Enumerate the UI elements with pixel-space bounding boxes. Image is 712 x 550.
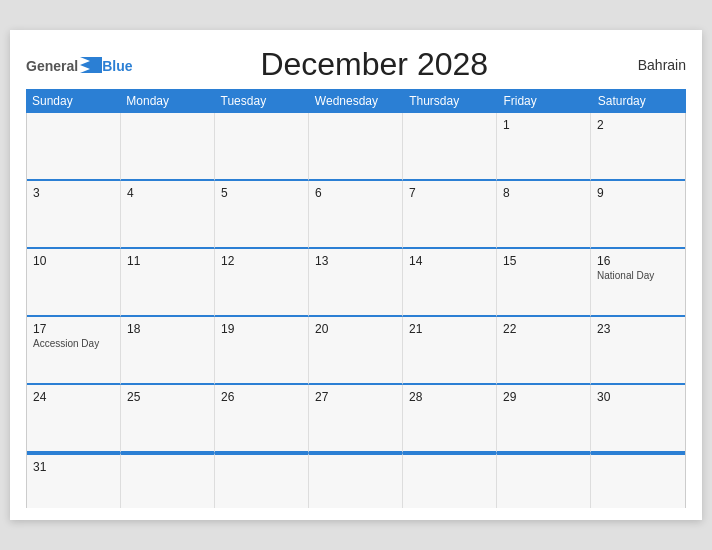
- day-cell-21: 21: [403, 317, 497, 385]
- day-cell-14: 14: [403, 249, 497, 317]
- day-cell-30: 30: [591, 385, 685, 453]
- day-cell-28: 28: [403, 385, 497, 453]
- days-header: Sunday Monday Tuesday Wednesday Thursday…: [26, 89, 686, 113]
- day-header-friday: Friday: [497, 89, 591, 113]
- day-number: 17: [33, 322, 114, 336]
- logo-blue-text: Blue: [102, 59, 132, 73]
- day-cell: [215, 113, 309, 181]
- day-number: 26: [221, 390, 302, 404]
- day-number: 10: [33, 254, 114, 268]
- logo-flag-icon: [80, 57, 102, 73]
- day-cell-26: 26: [215, 385, 309, 453]
- day-number: 2: [597, 118, 679, 132]
- day-cell-4: 4: [121, 181, 215, 249]
- day-number: 6: [315, 186, 396, 200]
- day-cell-empty: [497, 453, 591, 508]
- day-number: 9: [597, 186, 679, 200]
- day-number: 4: [127, 186, 208, 200]
- day-number: 21: [409, 322, 490, 336]
- day-number: 7: [409, 186, 490, 200]
- day-number: 29: [503, 390, 584, 404]
- day-header-sunday: Sunday: [26, 89, 120, 113]
- day-number: 20: [315, 322, 396, 336]
- day-cell-2: 2: [591, 113, 685, 181]
- calendar: General Blue December 2028 Bahrain Sunda…: [10, 30, 702, 520]
- day-number: 19: [221, 322, 302, 336]
- day-cell-10: 10: [27, 249, 121, 317]
- logo-general-text: General: [26, 59, 78, 73]
- day-cell: [309, 113, 403, 181]
- day-cell-24: 24: [27, 385, 121, 453]
- day-cell-16: 16 National Day: [591, 249, 685, 317]
- calendar-header: General Blue December 2028 Bahrain: [26, 46, 686, 83]
- day-header-saturday: Saturday: [592, 89, 686, 113]
- day-number: 25: [127, 390, 208, 404]
- day-cell-1: 1: [497, 113, 591, 181]
- day-cell-23: 23: [591, 317, 685, 385]
- day-cell-31: 31: [27, 453, 121, 508]
- day-cell-9: 9: [591, 181, 685, 249]
- day-event: Accession Day: [33, 338, 114, 349]
- day-cell-15: 15: [497, 249, 591, 317]
- day-number: 18: [127, 322, 208, 336]
- day-header-wednesday: Wednesday: [309, 89, 403, 113]
- day-cell-18: 18: [121, 317, 215, 385]
- day-event: National Day: [597, 270, 679, 281]
- day-cell-empty: [309, 453, 403, 508]
- month-title: December 2028: [132, 46, 616, 83]
- day-header-tuesday: Tuesday: [215, 89, 309, 113]
- day-number: 27: [315, 390, 396, 404]
- day-number: 16: [597, 254, 679, 268]
- day-number: 31: [33, 460, 114, 474]
- day-cell-27: 27: [309, 385, 403, 453]
- day-number: 15: [503, 254, 584, 268]
- day-number: 12: [221, 254, 302, 268]
- day-number: 23: [597, 322, 679, 336]
- day-cell-3: 3: [27, 181, 121, 249]
- day-number: 28: [409, 390, 490, 404]
- day-number: 1: [503, 118, 584, 132]
- day-cell-29: 29: [497, 385, 591, 453]
- day-cell-20: 20: [309, 317, 403, 385]
- day-number: 5: [221, 186, 302, 200]
- day-cell-13: 13: [309, 249, 403, 317]
- calendar-grid: 1 2 3 4 5 6 7 8 9 10 11: [26, 113, 686, 508]
- day-number: 8: [503, 186, 584, 200]
- day-cell-empty: [215, 453, 309, 508]
- day-cell-6: 6: [309, 181, 403, 249]
- day-cell-empty: [591, 453, 685, 508]
- day-cell-11: 11: [121, 249, 215, 317]
- day-number: 13: [315, 254, 396, 268]
- country-label: Bahrain: [616, 57, 686, 73]
- day-cell: [121, 113, 215, 181]
- day-header-monday: Monday: [120, 89, 214, 113]
- day-header-thursday: Thursday: [403, 89, 497, 113]
- day-cell-empty: [403, 453, 497, 508]
- day-number: 11: [127, 254, 208, 268]
- day-number: 24: [33, 390, 114, 404]
- day-cell-7: 7: [403, 181, 497, 249]
- day-cell-empty: [121, 453, 215, 508]
- day-cell-8: 8: [497, 181, 591, 249]
- day-cell-25: 25: [121, 385, 215, 453]
- day-number: 30: [597, 390, 679, 404]
- logo: General Blue: [26, 57, 132, 73]
- day-cell-22: 22: [497, 317, 591, 385]
- day-cell-5: 5: [215, 181, 309, 249]
- day-cell-19: 19: [215, 317, 309, 385]
- day-cell: [403, 113, 497, 181]
- day-number: 14: [409, 254, 490, 268]
- day-number: 3: [33, 186, 114, 200]
- day-cell-12: 12: [215, 249, 309, 317]
- day-cell: [27, 113, 121, 181]
- day-number: 22: [503, 322, 584, 336]
- day-cell-17: 17 Accession Day: [27, 317, 121, 385]
